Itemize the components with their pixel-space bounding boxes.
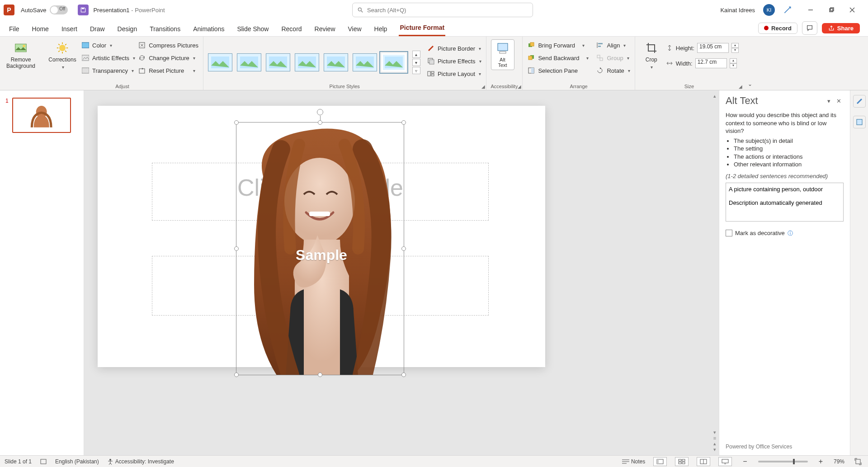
alt-text-textarea[interactable] [726,183,844,222]
pane-options-button[interactable]: ▾ [824,98,834,104]
picture-layout-button[interactable]: Picture Layout▾ [427,68,481,80]
style-thumb[interactable] [266,53,290,71]
send-backward-button[interactable]: Send Backward▾ [527,52,589,64]
tab-record[interactable]: Record [280,25,302,36]
picture-effects-button[interactable]: Picture Effects▾ [427,55,481,67]
language-indicator[interactable]: English (Pakistan) [55,458,99,465]
accessibility-launcher[interactable]: ◢ [518,84,521,89]
remove-background-button[interactable]: Remove Background [5,39,37,71]
tab-insert[interactable]: Insert [61,25,78,36]
picture-styles-gallery[interactable]: ▴ ▾ ▿ [208,48,420,74]
style-thumb[interactable] [208,53,232,71]
comments-button[interactable] [802,21,817,35]
vertical-scrollbar[interactable]: ▴ ▾ ≡ ▴ ▾ [712,93,718,453]
reset-picture-button[interactable]: Reset Picture▾ [138,65,198,76]
search-input[interactable]: Search (Alt+Q) [352,3,533,17]
designer-button[interactable] [853,95,866,108]
normal-view-button[interactable] [653,457,667,466]
zoom-percent[interactable]: 79% [834,458,844,465]
resize-handle[interactable] [401,373,406,377]
selection-pane-button[interactable]: Selection Pane [527,65,589,76]
compress-pictures-button[interactable]: Compress Pictures [138,39,198,51]
tab-animations[interactable]: Animations [192,25,225,36]
slideshow-view-button[interactable] [718,457,732,466]
tab-draw[interactable]: Draw [89,25,106,36]
tab-file[interactable]: File [8,25,20,36]
width-up[interactable]: ▴ [730,58,737,63]
tab-review[interactable]: Review [314,25,336,36]
resize-handle[interactable] [234,246,239,251]
autosave-toggle[interactable]: AutoSave Off [21,5,68,14]
format-picture-button[interactable] [853,116,866,128]
picture-border-button[interactable]: Picture Border▾ [427,42,481,54]
height-up[interactable]: ▴ [731,43,739,48]
user-avatar[interactable]: KI [763,4,775,16]
close-button[interactable] [842,0,863,20]
share-button[interactable]: Share [822,23,860,33]
style-thumb[interactable] [295,53,319,71]
coming-soon-icon[interactable] [783,5,792,14]
pane-close-button[interactable]: ✕ [834,98,844,104]
rotate-button[interactable]: Rotate▾ [596,65,630,76]
size-launcher[interactable]: ◢ [739,84,742,89]
width-input[interactable]: 12.7 cm [695,58,727,68]
restore-button[interactable] [821,0,842,20]
zoom-out-button[interactable]: − [740,458,750,466]
resize-handle[interactable] [234,373,239,377]
align-button[interactable]: Align▾ [596,39,630,51]
scroll-up-icon[interactable]: ▴ [713,93,716,99]
resize-handle[interactable] [401,120,406,125]
slide-canvas[interactable]: Click to add title Click to add subtitle [84,90,719,455]
record-button[interactable]: Record [758,23,797,34]
resize-handle[interactable] [318,373,322,377]
reading-view-button[interactable] [697,457,710,466]
tab-view[interactable]: View [347,25,363,36]
bring-forward-button[interactable]: Bring Forward▾ [527,39,589,51]
artistic-effects-button[interactable]: Artistic Effects▾ [81,52,135,64]
sorter-view-button[interactable] [675,457,689,466]
color-button[interactable]: Color▾ [81,39,135,51]
toggle-switch[interactable]: Off [50,5,68,14]
decorative-checkbox[interactable] [726,230,732,236]
crop-button[interactable]: Crop▾ [640,39,663,71]
scroll-down-icon[interactable]: ▾ [713,429,716,435]
style-thumb[interactable] [237,53,261,71]
resize-handle[interactable] [318,120,322,125]
tab-transitions[interactable]: Transitions [149,25,181,36]
width-field[interactable]: Width: 12.7 cm ▴▾ [666,57,739,69]
info-icon[interactable]: ⓘ [788,230,793,237]
change-picture-button[interactable]: Change Picture▾ [138,52,198,64]
height-down[interactable]: ▾ [731,48,739,53]
resize-handle[interactable] [401,246,406,251]
rotation-handle[interactable] [317,109,323,115]
alt-text-button[interactable]: Alt Text [491,39,514,70]
gallery-down-button[interactable]: ▾ [412,59,420,66]
spellcheck-icon[interactable] [40,458,47,465]
tab-help[interactable]: Help [373,25,388,36]
notes-button[interactable]: Notes [622,458,645,465]
corrections-button[interactable]: Corrections ▾ [46,39,79,71]
style-thumb-selected[interactable] [382,53,406,71]
minimize-button[interactable] [800,0,821,20]
transparency-button[interactable]: Transparency▾ [81,65,135,76]
selection-outline[interactable] [236,122,404,375]
gallery-up-button[interactable]: ▴ [412,51,420,58]
gallery-more-button[interactable]: ▿ [412,67,420,74]
tab-picture-format[interactable]: Picture Format [399,24,445,36]
tab-slideshow[interactable]: Slide Show [236,25,269,36]
zoom-slider[interactable] [758,461,808,462]
zoom-in-button[interactable]: + [816,458,826,466]
tab-design[interactable]: Design [117,25,138,36]
style-thumb[interactable] [353,53,377,71]
tab-home[interactable]: Home [31,25,50,36]
accessibility-status[interactable]: Accessibility: Investigate [107,458,174,465]
width-down[interactable]: ▾ [730,63,737,68]
height-input[interactable]: 19.05 cm [697,43,729,53]
save-icon[interactable] [78,5,89,15]
styles-launcher[interactable]: ◢ [481,84,485,89]
height-field[interactable]: Height: 19.05 cm ▴▾ [666,42,739,54]
style-thumb[interactable] [324,53,348,71]
resize-handle[interactable] [234,120,239,125]
slide-counter[interactable]: Slide 1 of 1 [5,458,32,465]
fit-to-window-button[interactable] [853,458,863,465]
